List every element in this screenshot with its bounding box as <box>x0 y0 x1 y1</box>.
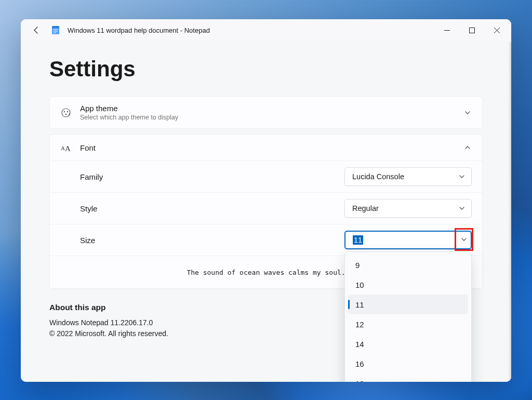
back-button[interactable] <box>29 23 44 37</box>
size-option-10[interactable]: 10 <box>348 275 468 295</box>
font-style-row: Style Regular <box>50 193 482 224</box>
maximize-button[interactable] <box>459 19 484 41</box>
chevron-down-icon <box>460 235 468 244</box>
size-option-18[interactable]: 18 <box>348 374 468 382</box>
section-app-theme-header[interactable]: App theme Select which app theme to disp… <box>50 97 482 128</box>
chevron-down-icon <box>458 204 466 212</box>
font-size-combo[interactable]: 11 <box>344 231 472 249</box>
font-preview-text: The sound of ocean waves calms my soul. <box>187 269 345 276</box>
section-font-title: Font <box>80 143 455 152</box>
app-window: Windows 11 wordpad help document - Notep… <box>21 19 511 382</box>
font-size-label: Size <box>80 236 344 245</box>
svg-rect-1 <box>52 26 59 28</box>
svg-point-12 <box>65 113 66 114</box>
scrollbar[interactable] <box>508 41 511 382</box>
svg-point-10 <box>64 111 65 112</box>
font-family-value: Lucida Console <box>352 172 458 181</box>
size-option-14[interactable]: 14 <box>348 334 468 354</box>
svg-point-9 <box>62 109 70 117</box>
size-option-12[interactable]: 12 <box>348 314 468 334</box>
section-theme-subtitle: Select which app theme to display <box>80 114 455 121</box>
svg-rect-6 <box>469 28 474 33</box>
font-style-value: Regular <box>352 204 458 212</box>
close-button[interactable] <box>484 19 509 41</box>
page-title: Settings <box>49 57 483 82</box>
chevron-down-icon <box>458 172 466 181</box>
font-size-value: 11 <box>353 235 363 245</box>
section-app-theme: App theme Select which app theme to disp… <box>49 96 483 129</box>
chevron-down-icon <box>463 109 472 117</box>
size-option-16[interactable]: 16 <box>348 354 468 374</box>
font-family-label: Family <box>80 172 344 181</box>
section-theme-title: App theme <box>80 104 455 113</box>
svg-text:A: A <box>65 144 71 153</box>
minimize-button[interactable] <box>434 19 459 41</box>
font-size-dropdown[interactable]: 9101112141618 <box>344 251 472 382</box>
font-style-label: Style <box>80 204 344 213</box>
chevron-up-icon <box>463 143 472 152</box>
svg-point-11 <box>67 111 68 112</box>
size-option-9[interactable]: 9 <box>348 255 468 275</box>
svg-text:A: A <box>61 145 65 151</box>
palette-icon <box>60 107 72 118</box>
titlebar: Windows 11 wordpad help document - Notep… <box>21 19 511 41</box>
font-family-row: Family Lucida Console <box>50 161 482 193</box>
highlight-annotation <box>455 228 473 251</box>
font-icon: AA <box>60 142 72 153</box>
size-option-11[interactable]: 11 <box>348 295 468 314</box>
section-font-header[interactable]: AA Font <box>50 135 482 161</box>
window-title: Windows 11 wordpad help document - Notep… <box>68 26 434 34</box>
settings-content: Settings App theme Select which app them… <box>21 41 511 382</box>
font-style-combo[interactable]: Regular <box>344 199 472 218</box>
notepad-app-icon <box>51 25 60 35</box>
font-family-combo[interactable]: Lucida Console <box>344 167 472 186</box>
